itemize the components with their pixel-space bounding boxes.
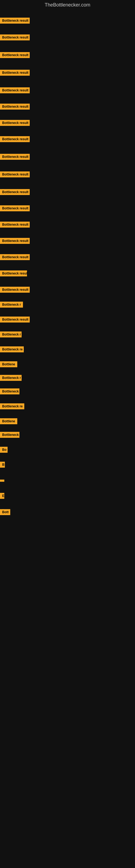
bottleneck-item-29[interactable]: B — [0, 462, 5, 469]
bottleneck-item-17[interactable]: Bottleneck result — [0, 287, 30, 294]
bottleneck-badge-15: Bottleneck result — [0, 254, 30, 260]
bottleneck-item-25[interactable]: Bottleneck re — [0, 403, 24, 410]
bottleneck-badge-7: Bottleneck result — [0, 120, 30, 126]
bottleneck-badge-11: Bottleneck result — [0, 189, 30, 195]
bottleneck-badge-25: Bottleneck re — [0, 403, 24, 409]
bottleneck-badge-4: Bottleneck result — [0, 70, 30, 76]
bottleneck-badge-18: Bottleneck r — [0, 302, 23, 308]
bottleneck-item-26[interactable]: Bottlene — [0, 418, 17, 425]
bottleneck-item-32[interactable]: Bott — [0, 509, 10, 516]
bottleneck-item-19[interactable]: Bottleneck result — [0, 316, 30, 323]
bottleneck-badge-22: Bottlene — [0, 361, 17, 367]
bottleneck-item-22[interactable]: Bottlene — [0, 361, 17, 368]
bottleneck-badge-12: Bottleneck result — [0, 205, 30, 211]
bottleneck-badge-10: Bottleneck result — [0, 172, 30, 177]
bottleneck-item-3[interactable]: Bottleneck result — [0, 52, 30, 59]
bottleneck-badge-30 — [0, 479, 4, 482]
bottleneck-item-21[interactable]: Bottleneck re — [0, 346, 24, 353]
bottleneck-item-15[interactable]: Bottleneck result — [0, 254, 30, 261]
bottleneck-item-12[interactable]: Bottleneck result — [0, 205, 30, 212]
bottleneck-badge-28: Bo — [0, 447, 8, 453]
bottleneck-item-8[interactable]: Bottleneck result — [0, 136, 30, 143]
bottleneck-badge-13: Bottleneck result — [0, 222, 30, 227]
bottleneck-item-24[interactable]: Bottleneck — [0, 389, 19, 396]
bottleneck-item-5[interactable]: Bottleneck result — [0, 87, 30, 94]
bottleneck-badge-1: Bottleneck result — [0, 18, 30, 24]
bottleneck-badge-5: Bottleneck result — [0, 87, 30, 93]
bottleneck-badge-16: Bottleneck result — [0, 271, 27, 276]
bottleneck-item-28[interactable]: Bo — [0, 447, 8, 454]
bottleneck-badge-31: E — [0, 493, 4, 499]
bottleneck-item-23[interactable]: Bottleneck r — [0, 375, 21, 382]
bottleneck-item-14[interactable]: Bottleneck result — [0, 238, 30, 245]
bottleneck-badge-23: Bottleneck r — [0, 375, 21, 381]
bottleneck-badge-27: Bottleneck — [0, 432, 19, 438]
bottleneck-badge-24: Bottleneck — [0, 389, 19, 394]
bottleneck-item-13[interactable]: Bottleneck result — [0, 222, 30, 229]
site-title: TheBottlenecker.com — [0, 0, 135, 10]
bottleneck-badge-29: B — [0, 462, 5, 468]
bottleneck-item-9[interactable]: Bottleneck result — [0, 154, 30, 161]
bottleneck-item-11[interactable]: Bottleneck result — [0, 189, 30, 196]
bottleneck-badge-2: Bottleneck result — [0, 34, 30, 40]
bottleneck-badge-19: Bottleneck result — [0, 316, 30, 322]
bottleneck-badge-20: Bottleneck r — [0, 332, 21, 337]
bottleneck-item-18[interactable]: Bottleneck r — [0, 302, 23, 309]
bottleneck-badge-3: Bottleneck result — [0, 52, 30, 58]
bottleneck-badge-32: Bott — [0, 509, 10, 515]
bottleneck-item-16[interactable]: Bottleneck result — [0, 271, 27, 278]
bottleneck-item-20[interactable]: Bottleneck r — [0, 332, 21, 339]
bottleneck-badge-17: Bottleneck result — [0, 287, 30, 293]
bottleneck-badge-14: Bottleneck result — [0, 238, 30, 244]
bottleneck-item-31[interactable]: E — [0, 493, 4, 500]
bottleneck-item-10[interactable]: Bottleneck result — [0, 172, 30, 179]
bottleneck-badge-21: Bottleneck re — [0, 346, 24, 352]
bottleneck-item-6[interactable]: Bottleneck result — [0, 104, 30, 111]
bottleneck-badge-9: Bottleneck result — [0, 154, 30, 160]
bottleneck-item-27[interactable]: Bottleneck — [0, 432, 19, 439]
bottleneck-badge-6: Bottleneck result — [0, 104, 30, 110]
bottleneck-item-30[interactable] — [0, 478, 4, 483]
bottleneck-item-4[interactable]: Bottleneck result — [0, 70, 30, 77]
bottleneck-badge-8: Bottleneck result — [0, 136, 30, 142]
bottleneck-item-2[interactable]: Bottleneck result — [0, 34, 30, 41]
bottleneck-item-1[interactable]: Bottleneck result — [0, 18, 30, 25]
bottleneck-item-7[interactable]: Bottleneck result — [0, 120, 30, 127]
bottleneck-badge-26: Bottlene — [0, 418, 17, 424]
